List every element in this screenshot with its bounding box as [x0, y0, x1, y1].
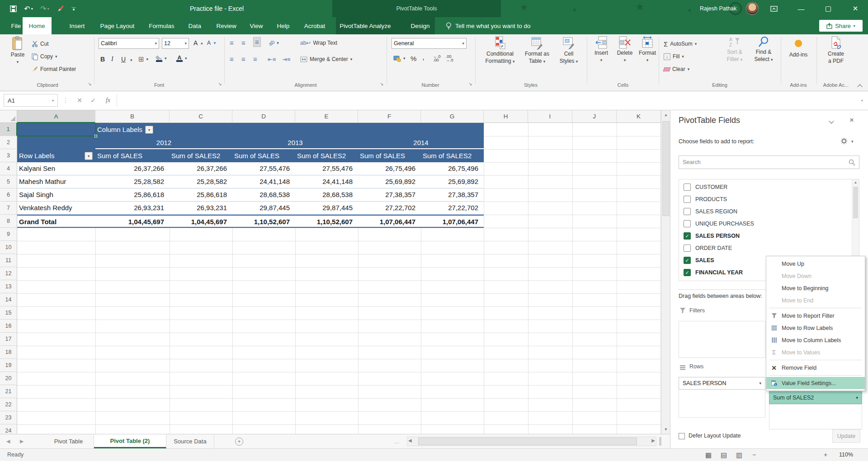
pivot-value-cell[interactable]: 25,86,618	[170, 188, 227, 201]
maximize-button[interactable]: ▢	[819, 0, 837, 17]
vertical-scroll-thumb[interactable]	[662, 121, 670, 216]
tab-review[interactable]: Review	[210, 17, 242, 34]
pivot-value-cell[interactable]: 1,07,06,447	[358, 216, 415, 228]
fill-color-button[interactable]: ▾	[156, 53, 167, 63]
format-cells-button[interactable]: Format▾	[637, 36, 658, 63]
row-header-15[interactable]: 15	[0, 306, 17, 320]
alignment-dialog-launcher[interactable]: ↘	[380, 81, 383, 86]
field-checkbox[interactable]	[684, 196, 691, 203]
font-dialog-launcher[interactable]: ↘	[218, 81, 222, 86]
pivot-row-labels-cell[interactable]: Row Labels	[19, 149, 54, 162]
menu-item-move-to-beginning[interactable]: Move to Beginning	[766, 282, 865, 294]
number-format-combo[interactable]: General▾	[392, 38, 467, 49]
decrease-indent-button[interactable]: ⇤≡	[268, 54, 276, 64]
pivot-value-cell[interactable]: 27,55,476	[232, 162, 290, 175]
middle-align-button[interactable]: ≡	[241, 38, 245, 48]
percent-style-button[interactable]: %	[410, 53, 416, 63]
field-item-customer[interactable]: CUSTOMER	[679, 181, 859, 193]
pivot-row-name[interactable]: Grand Total	[19, 216, 57, 228]
field-checkbox[interactable]: ✓	[684, 257, 691, 264]
row-header-22[interactable]: 22	[0, 398, 17, 411]
qat-customize-button[interactable]: —▾	[69, 0, 79, 17]
format-as-table-button[interactable]: Format as Table ▾	[521, 36, 553, 65]
menu-item-move-to-end[interactable]: Move to End	[766, 294, 865, 306]
column-header-I[interactable]: I	[528, 110, 572, 123]
tab-pivottable-analyze[interactable]: PivotTable Analyze	[333, 17, 397, 34]
redo-button[interactable]: ↷▾	[38, 0, 52, 17]
select-all-corner[interactable]	[0, 110, 17, 123]
pivot-value-cell[interactable]: 25,69,892	[358, 175, 415, 188]
find-select-button[interactable]: Find & Select ▾	[750, 36, 778, 63]
increase-decimal-button[interactable]: ←.0.00	[433, 53, 441, 63]
search-input[interactable]	[683, 159, 849, 165]
field-checkbox[interactable]	[684, 245, 691, 252]
field-checkbox[interactable]: ✓	[684, 269, 691, 276]
pivot-year-header[interactable]: 2013	[232, 136, 358, 149]
pivot-value-cell[interactable]: 26,93,231	[95, 202, 164, 214]
decrease-decimal-button[interactable]: .00→.0	[446, 53, 453, 63]
pivot-value-cell[interactable]: 24,41,148	[232, 175, 290, 188]
cell-styles-button[interactable]: Cell Styles ▾	[555, 36, 582, 65]
row-header-24[interactable]: 24	[0, 424, 17, 434]
pivot-value-cell[interactable]: 27,22,702	[358, 202, 415, 214]
menu-item-move-to-values[interactable]: ΣMove to Values	[766, 346, 865, 358]
ribbon-display-options-icon[interactable]	[766, 0, 782, 17]
search-box[interactable]	[679, 155, 859, 169]
field-item-sales-region[interactable]: SALES REGION	[679, 206, 859, 218]
align-center-button[interactable]: ≡	[241, 54, 245, 64]
row-header-17[interactable]: 17	[0, 333, 17, 346]
horizontal-scrollbar[interactable]: ◀ ▶	[407, 437, 656, 446]
font-size-combo[interactable]: 12▾	[162, 38, 189, 49]
sheet-tab-source-data[interactable]: Source Data	[166, 434, 214, 448]
sheet-nav-left[interactable]: ◀	[6, 434, 10, 448]
orientation-button[interactable]: ab▾	[269, 38, 279, 48]
cut-button[interactable]: Cut	[32, 39, 49, 49]
pivot-value-cell[interactable]: 27,55,476	[295, 162, 353, 175]
italic-button[interactable]: I	[111, 54, 113, 64]
expand-formula-bar-button[interactable]: ▾	[858, 94, 866, 107]
insert-cells-button[interactable]: Insert▾	[590, 36, 612, 63]
brush-icon[interactable]	[55, 0, 66, 17]
field-checkbox[interactable]	[684, 183, 691, 191]
conditional-formatting-button[interactable]: ≠ Conditional Formatting ▾	[481, 36, 519, 65]
sheet-nav-right[interactable]: ▶	[20, 434, 24, 448]
clear-button[interactable]: Clear▾	[664, 64, 689, 74]
pivot-value-cell[interactable]: 1,04,45,697	[95, 216, 164, 228]
align-left-button[interactable]: ≡	[230, 54, 234, 64]
pivot-value-header[interactable]: Sum of SALES2	[171, 149, 220, 162]
avatar[interactable]	[746, 2, 759, 15]
increase-indent-button[interactable]: ⇥≡	[282, 54, 290, 64]
field-item-order-date[interactable]: ORDER DATE	[679, 242, 859, 254]
borders-button[interactable]: ⊞▾	[138, 54, 148, 64]
autosum-button[interactable]: Σ AutoSum▾	[664, 39, 697, 49]
tab-design[interactable]: Design	[404, 17, 436, 34]
pivot-value-cell[interactable]: 28,68,538	[232, 188, 290, 201]
pivot-value-header[interactable]: Sum of SALES	[234, 149, 279, 162]
zoom-out-button[interactable]: −	[752, 451, 756, 458]
row-header-6[interactable]: 6	[0, 188, 17, 202]
close-button[interactable]: ✕	[846, 0, 864, 17]
vertical-scrollbar[interactable]: ▲ ▼	[661, 110, 670, 434]
row-header-8[interactable]: 8	[0, 215, 17, 228]
pivot-value-header[interactable]: Sum of SALES2	[297, 149, 346, 162]
wrap-text-button[interactable]: ab↩ Wrap Text	[300, 38, 337, 48]
new-sheet-button[interactable]: +	[235, 434, 243, 448]
name-box-dropdown[interactable]: ▾	[52, 99, 54, 103]
column-header-B[interactable]: B	[95, 110, 170, 123]
normal-view-icon[interactable]: ▦	[705, 451, 712, 459]
pivot-row-name[interactable]: Kalyani Sen	[19, 162, 55, 175]
shrink-font-button[interactable]: A▼	[207, 38, 217, 48]
merge-center-button[interactable]: Merge & Center▾	[300, 54, 352, 64]
field-checkbox[interactable]	[684, 220, 691, 227]
column-header-H[interactable]: H	[484, 110, 528, 123]
grow-font-button[interactable]: A▲	[193, 38, 203, 48]
tab-home[interactable]: Home	[23, 17, 52, 34]
tab-splitter-handle[interactable]	[659, 437, 661, 446]
column-header-G[interactable]: G	[421, 110, 484, 123]
column-header-D[interactable]: D	[232, 110, 295, 123]
pivot-value-cell[interactable]: 28,68,538	[295, 188, 353, 201]
accounting-format-button[interactable]: ▾	[393, 53, 406, 63]
underline-dropdown[interactable]: ▾	[130, 58, 132, 62]
cancel-formula-button[interactable]: ✕	[73, 94, 86, 107]
collapse-ribbon-button[interactable]	[857, 84, 862, 89]
